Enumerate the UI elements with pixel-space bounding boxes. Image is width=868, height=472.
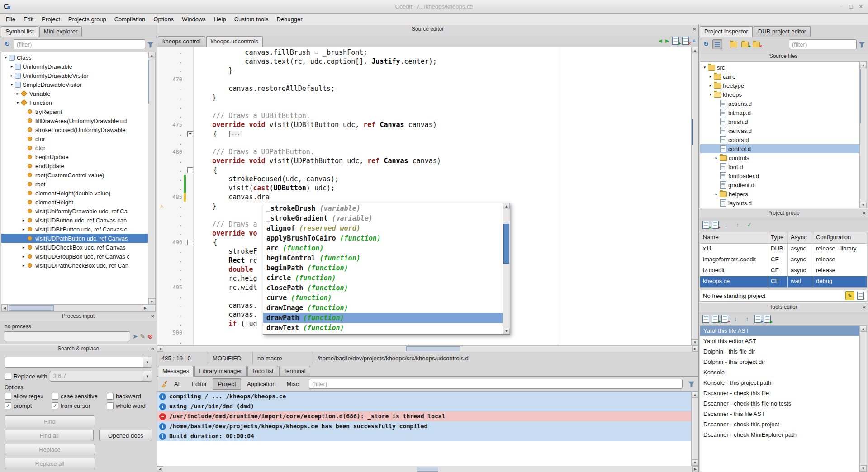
collapse-tree-icon[interactable]: [712, 39, 722, 49]
checkbox-prompt[interactable]: ✓prompt: [5, 402, 52, 409]
expand-arrow[interactable]: ▸: [9, 64, 14, 69]
column-header-async[interactable]: Async: [788, 232, 813, 243]
column-header-type[interactable]: Type: [768, 232, 788, 243]
tree-item-pathdata-d[interactable]: pathdata.d: [700, 208, 860, 208]
replace-button[interactable]: Replace: [5, 444, 95, 455]
tree-item-filldrawarea-uniformlydrawable-ud[interactable]: fillDrawArea(UniformlyDrawable ud: [1, 116, 148, 125]
tab-mini-explorer[interactable]: Mini explorer: [39, 26, 82, 37]
messages-filter-all[interactable]: All: [169, 378, 185, 390]
filter-funnel-icon[interactable]: [688, 381, 695, 387]
close-panel-icon[interactable]: ×: [151, 345, 154, 353]
completion-item-strokegradient[interactable]: _strokeGradient (variable): [263, 213, 503, 223]
replace-combo[interactable]: 3.6.7 ▼: [50, 371, 152, 382]
expand-arrow[interactable]: ▾: [3, 55, 9, 60]
move-down-icon[interactable]: ↓: [721, 220, 730, 229]
close-panel-icon[interactable]: ×: [693, 25, 696, 33]
tab-symbol-list[interactable]: Symbol list: [1, 26, 38, 37]
code-line[interactable]: . canvas.fillBrush = _brushFont;: [157, 48, 692, 57]
scroll-left-icon[interactable]: ◀: [157, 466, 163, 472]
scroll-down-icon[interactable]: ▼: [860, 202, 867, 208]
expand-arrow[interactable]: ▸: [21, 254, 26, 259]
messages-filter-project[interactable]: Project: [213, 378, 241, 390]
opened-docs-button[interactable]: Opened docs: [99, 430, 152, 441]
menu-item-custom-tools[interactable]: Custom tools: [230, 14, 273, 24]
completion-item-curve[interactable]: curve (function): [263, 293, 503, 303]
scroll-right-icon[interactable]: ▶: [142, 305, 148, 311]
edit-project-icon[interactable]: ✎: [845, 291, 854, 300]
message-row[interactable]: icompiling / ... /kheops/kheops.ce: [157, 392, 692, 401]
expand-arrow[interactable]: ▸: [708, 74, 713, 79]
close-panel-icon[interactable]: ×: [862, 303, 866, 312]
completion-item-closepath[interactable]: closePath (function): [263, 283, 503, 293]
remove-folder-icon[interactable]: ×: [753, 42, 760, 47]
maximize-icon[interactable]: □: [849, 3, 853, 10]
symbol-vscrollbar[interactable]: ▲ ▼: [148, 52, 155, 311]
code-line[interactable]: . /// Draws a UDBitButton.: [157, 111, 692, 120]
scroll-left-icon[interactable]: ◀: [1, 305, 8, 311]
expand-arrow[interactable]: ▾: [708, 92, 713, 97]
message-row[interactable]: iBuild duration: 00:00:04: [157, 431, 692, 441]
tool-item-dscanner-check-miniexplorer-path[interactable]: Dscanner - check MiniExplorer path: [700, 430, 860, 440]
code-line[interactable]: 485 canvas.dra: [157, 193, 692, 202]
scroll-up-icon[interactable]: ▲: [860, 62, 867, 68]
tree-item-freetype[interactable]: ▸freetype: [700, 81, 860, 90]
expand-arrow[interactable]: ▾: [15, 100, 20, 105]
code-line[interactable]: . override void visit(UDPathButton udc, …: [157, 156, 692, 165]
move-up-icon[interactable]: ↑: [743, 314, 752, 323]
project-row-kheops-ce[interactable]: kheops.ceCEwaitdebug: [700, 276, 867, 287]
tab-todo-list[interactable]: Todo list: [247, 366, 278, 376]
tree-item-visit-udgroupbox-udc-ref-canvas-c[interactable]: ▸visit(UDGroupBox udc, ref Canvas c: [1, 252, 148, 261]
messages-filter-misc[interactable]: Misc: [282, 378, 304, 390]
code-line[interactable]: . visit(cast(UDButton) udc);: [157, 184, 692, 193]
back-icon[interactable]: ◀: [658, 38, 662, 44]
message-row[interactable]: i/home/basile/dev/projects/kheops/kheops…: [157, 421, 692, 431]
completion-item-drawimage[interactable]: drawImage (function): [263, 303, 503, 313]
tree-item-uniformlydrawablevisitor[interactable]: ▸UniformlyDrawableVisitor: [1, 71, 148, 80]
menu-item-file[interactable]: File: [2, 14, 19, 24]
fold-marker[interactable]: −: [187, 240, 193, 245]
remove-tool-icon[interactable]: −: [721, 315, 728, 323]
tree-item-helpers[interactable]: ▸helpers: [700, 189, 860, 198]
editor-hscrollbar[interactable]: ◀ ▶: [157, 345, 698, 352]
folded-region-box[interactable]: ...: [229, 131, 242, 137]
open-folder-icon[interactable]: [730, 42, 737, 47]
scroll-up-icon[interactable]: ▲: [692, 47, 698, 53]
tree-item-src[interactable]: ▾src: [700, 63, 860, 72]
project-row-x11[interactable]: x11DUBasyncrelease - library: [700, 244, 867, 255]
async-toggle-icon[interactable]: ✓: [745, 220, 754, 229]
code-line[interactable]: . canvas.restoreAllDefaults;: [157, 84, 692, 93]
scroll-down-icon[interactable]: ▼: [692, 339, 698, 345]
tree-item-simpledrawablevisitor[interactable]: ▾SimpleDrawableVisitor: [1, 80, 148, 89]
code-line[interactable]: . }: [157, 93, 692, 102]
tools-vscrollbar[interactable]: ▲ ▼: [859, 326, 867, 472]
code-area[interactable]: . canvas.fillBrush = _brushFont;. canvas…: [157, 47, 698, 345]
move-up-icon[interactable]: ↑: [733, 220, 742, 229]
tab-dub-project-editor[interactable]: DUB project editor: [754, 26, 811, 37]
tab-terminal[interactable]: Terminal: [279, 366, 310, 376]
code-line[interactable]: 475 override void visit(UDBitButton udc,…: [157, 120, 692, 129]
checkbox-whole-word[interactable]: whole word: [107, 402, 152, 409]
tree-item-visit-udpathbutton-udc-ref-canvas[interactable]: visit(UDPathButton udc, ref Canvas: [1, 234, 148, 243]
tool-item-dscanner-this-file-ast[interactable]: Dscanner - this file AST: [700, 409, 860, 419]
menu-item-debugger[interactable]: Debugger: [273, 14, 307, 24]
add-view-icon[interactable]: +: [692, 38, 696, 44]
tree-item-control-d[interactable]: control.d: [700, 144, 860, 153]
completion-item-arc[interactable]: arc (function): [263, 243, 503, 253]
pen-icon[interactable]: ✎: [140, 333, 146, 340]
tool-item-konsole-this-project-path[interactable]: Konsole - this project path: [700, 378, 860, 388]
message-row[interactable]: iusing /usr/bin/dmd (dmd): [157, 401, 692, 411]
tree-item-dtor[interactable]: dtor: [1, 143, 148, 152]
menu-item-edit[interactable]: Edit: [19, 14, 38, 24]
code-line[interactable]: 480 /// Draws a UDPathButton.: [157, 147, 692, 156]
clone-tool-icon[interactable]: +: [754, 315, 761, 323]
messages-filter-editor[interactable]: Editor: [186, 378, 212, 390]
code-line[interactable]: . }: [157, 66, 692, 75]
add-folder-icon[interactable]: +: [741, 42, 749, 47]
doc-tab-kheops-udcontrols[interactable]: kheops.udcontrols: [206, 36, 263, 47]
tool-item-dscanner-check-this-file-no-tests[interactable]: Dscanner - check this file no tests: [700, 398, 860, 409]
tree-item-beginupdate[interactable]: beginUpdate: [1, 152, 148, 161]
close-document-icon[interactable]: ×: [682, 37, 689, 45]
messages-hscrollbar[interactable]: ◀ ▶: [157, 466, 698, 472]
expand-arrow[interactable]: ▸: [21, 263, 26, 268]
scroll-up-icon[interactable]: ▲: [692, 392, 698, 398]
